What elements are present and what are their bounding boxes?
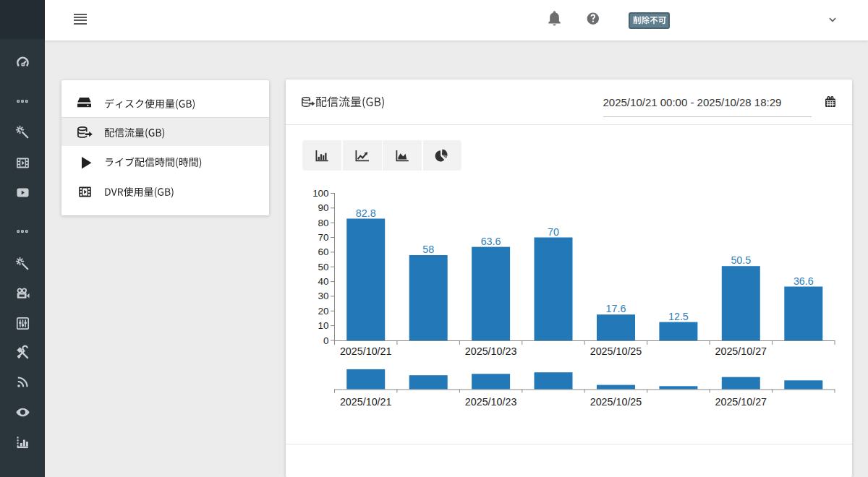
svg-text:2025/10/25: 2025/10/25 xyxy=(590,345,642,357)
svg-text:2025/10/27: 2025/10/27 xyxy=(715,345,767,357)
svg-text:10: 10 xyxy=(318,320,329,331)
svg-text:70: 70 xyxy=(548,226,559,238)
svg-text:2025/10/23: 2025/10/23 xyxy=(465,396,517,408)
svg-text:58: 58 xyxy=(422,244,434,255)
svg-text:90: 90 xyxy=(318,202,329,213)
svg-text:17.6: 17.6 xyxy=(606,303,626,314)
svg-text:2025/10/21: 2025/10/21 xyxy=(340,396,392,408)
svg-text:63.6: 63.6 xyxy=(481,236,501,247)
svg-text:12.5: 12.5 xyxy=(668,311,689,322)
svg-text:30: 30 xyxy=(318,291,329,301)
svg-text:80: 80 xyxy=(318,218,329,228)
svg-text:100: 100 xyxy=(312,188,328,199)
svg-text:2025/10/25: 2025/10/25 xyxy=(590,396,642,408)
svg-text:70: 70 xyxy=(318,232,329,243)
svg-text:20: 20 xyxy=(318,306,329,317)
svg-text:50: 50 xyxy=(318,262,329,272)
svg-text:50.5: 50.5 xyxy=(731,254,751,266)
svg-text:60: 60 xyxy=(318,246,329,257)
svg-text:2025/10/23: 2025/10/23 xyxy=(465,345,517,357)
svg-text:40: 40 xyxy=(318,276,329,287)
svg-text:36.6: 36.6 xyxy=(793,275,814,287)
svg-text:2025/10/21: 2025/10/21 xyxy=(340,345,392,357)
svg-text:0: 0 xyxy=(323,335,328,346)
svg-text:82.8: 82.8 xyxy=(356,207,376,219)
svg-text:2025/10/27: 2025/10/27 xyxy=(715,396,767,408)
